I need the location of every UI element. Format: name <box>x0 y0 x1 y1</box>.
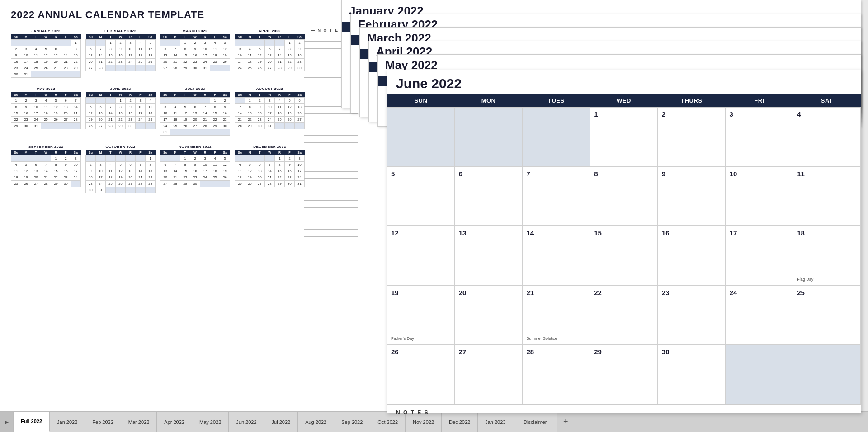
mini-cal-day: 27 <box>160 65 170 71</box>
mini-cal-day: 26 <box>255 65 265 71</box>
june-day-number: 11 <box>797 170 857 178</box>
mini-cal-day: 7 <box>136 162 146 168</box>
mini-cal-day: 9 <box>116 46 126 52</box>
mini-cal-day: 1 <box>71 40 81 46</box>
mini-cal-day <box>31 155 41 162</box>
mini-cal-day <box>51 123 61 129</box>
tab-item-full-2022[interactable]: Full 2022 <box>14 412 50 432</box>
mini-cal-day: 13 <box>96 110 106 117</box>
mini-cal-day <box>235 40 245 46</box>
mini-cal-day <box>136 155 146 162</box>
mini-cal-day: 6 <box>160 162 170 168</box>
mini-cal-day: 7 <box>61 46 71 52</box>
tab-item-jul-2022[interactable]: Jul 2022 <box>264 412 298 432</box>
mini-cal-day <box>51 40 61 46</box>
june-day-cell: 3 <box>726 107 793 167</box>
mini-cal-day: 3 <box>200 40 210 46</box>
mini-cal-day: 31 <box>295 181 305 187</box>
mini-cal-day: 7 <box>265 162 275 168</box>
june-day-cell: 16 <box>658 226 726 286</box>
june-day-number: 30 <box>662 348 722 356</box>
tab-scroll-left[interactable]: ▶ <box>0 412 14 432</box>
mini-cal-day: 23 <box>61 174 71 181</box>
mini-cal-day: 18 <box>146 110 156 117</box>
mini-cal-title-3: APRIL 2022 <box>235 29 305 33</box>
mini-cal-4: MAY 2022SuMTWRFSa12345678910111213141516… <box>11 87 81 136</box>
mini-cal-day: 8 <box>285 46 295 52</box>
mini-cal-day: 27 <box>265 65 275 71</box>
mini-cal-day: 23 <box>255 117 265 123</box>
mini-cal-day: 23 <box>11 65 21 71</box>
mini-cal-day <box>210 65 220 71</box>
mini-cal-day: 7 <box>106 104 116 110</box>
mini-cal-day: 14 <box>170 52 180 59</box>
tab-item-apr-2022[interactable]: Apr 2022 <box>157 412 192 432</box>
mini-cal-day: 14 <box>200 110 210 117</box>
mini-cal-day: 12 <box>180 110 190 117</box>
june-full-calendar[interactable]: June 2022 SUN MON TUES WED THURS FRI SAT… <box>387 70 861 413</box>
mini-cal-day: 4 <box>41 98 51 104</box>
mini-cal-7: AUGUST 2022SuMTWRFSa12345678910111213141… <box>235 87 305 136</box>
june-day-cell: 1 <box>590 107 658 167</box>
june-day-cell: 2 <box>658 107 726 167</box>
mini-cal-day: 12 <box>116 168 126 174</box>
june-day-number: 26 <box>391 348 451 356</box>
tab-item-may-2022[interactable]: May 2022 <box>192 412 229 432</box>
mini-cal-day: 11 <box>11 168 21 174</box>
mini-cal-day: 25 <box>136 59 146 65</box>
tab-item-aug-2022[interactable]: Aug 2022 <box>298 412 334 432</box>
mini-cal-day: 27 <box>295 117 305 123</box>
mini-cal-day: 28 <box>106 123 116 129</box>
mini-cal-day <box>180 129 190 136</box>
mini-cal-day: 16 <box>295 52 305 59</box>
mini-cal-day: 11 <box>41 104 51 110</box>
mini-cal-day <box>285 123 295 129</box>
mini-cal-day: 21 <box>200 117 210 123</box>
june-col-sun: SUN <box>387 94 455 107</box>
mini-cal-day: 8 <box>210 104 220 110</box>
mini-cal-day <box>160 98 170 104</box>
tab-item-jun-2022[interactable]: Jun 2022 <box>229 412 264 432</box>
mini-cal-day: 11 <box>170 110 180 117</box>
mini-cal-day: 20 <box>295 110 305 117</box>
june-day-cell: 21Summer Solstice <box>522 286 590 345</box>
tab-item-mar-2022[interactable]: Mar 2022 <box>121 412 157 432</box>
mini-cal-day: 25 <box>235 181 245 187</box>
mini-cal-day: 8 <box>245 104 255 110</box>
mini-cal-day: 14 <box>61 52 71 59</box>
mini-cal-day: 9 <box>21 104 31 110</box>
mini-cal-day: 6 <box>265 46 275 52</box>
mini-cal-day: 25 <box>245 65 255 71</box>
mini-cal-day: 15 <box>180 168 190 174</box>
mini-cal-day: 11 <box>210 46 220 52</box>
june-day-cell: 27 <box>455 345 523 404</box>
mini-cal-day: 24 <box>96 181 106 187</box>
mini-cal-day: 15 <box>275 168 285 174</box>
tab-item-sep-2022[interactable]: Sep 2022 <box>334 412 370 432</box>
mini-cal-day: 13 <box>160 168 170 174</box>
june-day-cell: 13 <box>455 226 523 286</box>
mini-cal-day: 15 <box>245 110 255 117</box>
mini-cal-day: 28 <box>170 181 180 187</box>
june-col-sat: SAT <box>793 94 861 107</box>
mini-cal-day: 4 <box>146 98 156 104</box>
june-day-cell: 17 <box>726 226 793 286</box>
june-day-cell: 29 <box>590 345 658 404</box>
mini-cal-day <box>116 65 126 71</box>
mini-cal-day <box>190 98 200 104</box>
mini-cal-day: 29 <box>245 123 255 129</box>
mini-cal-day <box>41 40 51 46</box>
mini-cal-day: 30 <box>220 123 230 129</box>
mini-cal-day: 5 <box>116 162 126 168</box>
mini-cal-day: 17 <box>126 52 136 59</box>
june-day-number: 18 <box>797 229 857 237</box>
tab-item-jan-2022[interactable]: Jan 2022 <box>50 412 85 432</box>
june-day-number: 1 <box>594 110 654 118</box>
mini-cal-day <box>86 155 96 162</box>
mini-cal-day: 20 <box>265 59 275 65</box>
mini-cal-day: 30 <box>190 65 200 71</box>
tab-item-feb-2022[interactable]: Feb 2022 <box>85 412 121 432</box>
mini-cal-day: 3 <box>126 40 136 46</box>
mini-cal-day: 15 <box>146 168 156 174</box>
mini-cal-day: 18 <box>31 59 41 65</box>
